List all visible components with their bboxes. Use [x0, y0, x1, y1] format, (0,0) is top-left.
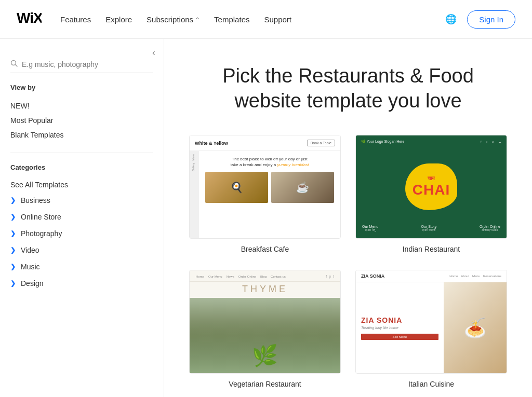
search-icon — [10, 60, 18, 69]
category-label: Design — [21, 279, 44, 288]
template-preview-italian: ZIA SONIA Home About Menu Reservations Z… — [356, 270, 507, 373]
signin-button[interactable]: Sign In — [467, 10, 515, 29]
template-name: Indian Restaurant — [355, 245, 507, 253]
template-photo-coffee — [271, 172, 334, 203]
template-thumbnail: Home Our Menu News Order Online Blog Con… — [189, 270, 341, 374]
templates-grid: White & Yellow Book a Table Menu Gallery… — [189, 135, 507, 388]
category-item-music[interactable]: ❯ Music — [0, 258, 164, 275]
filter-new[interactable]: NEW! — [10, 99, 153, 113]
language-selector-button[interactable]: 🌐 — [445, 13, 457, 25]
view-by-section: View by NEW! Most Popular Blank Template… — [0, 84, 164, 142]
template-cta-button[interactable]: See Menu — [361, 334, 438, 340]
chevron-right-icon: ❯ — [10, 263, 16, 270]
chevron-right-icon: ❯ — [10, 247, 16, 254]
filter-blank-templates[interactable]: Blank Templates — [10, 128, 153, 142]
template-thyme-hero-image — [190, 298, 340, 373]
category-item-design[interactable]: ❯ Design — [0, 275, 164, 292]
subscriptions-chevron-icon: ⌃ — [195, 17, 200, 22]
wix-logo[interactable]: WiX — [17, 10, 42, 29]
template-thumbnail: White & Yellow Book a Table Menu Gallery… — [189, 135, 341, 239]
search-input[interactable] — [22, 60, 153, 69]
template-name: Italian Cuisine — [355, 380, 507, 388]
template-preview-breakfast: White & Yellow Book a Table Menu Gallery… — [190, 135, 340, 238]
category-label: Video — [21, 246, 39, 254]
template-photo-eggs — [205, 172, 268, 203]
svg-line-2 — [16, 65, 18, 67]
template-preview-indian: 🌿 Your Logo Slogan Here f p ✕ ☁ चाय CHAI — [356, 135, 507, 238]
filter-most-popular[interactable]: Most Popular — [10, 113, 153, 128]
nav-explore[interactable]: Explore — [105, 15, 132, 24]
chai-logo-blob: चाय CHAI — [405, 163, 457, 210]
see-all-templates-link[interactable]: See All Templates — [0, 177, 164, 192]
page-layout: ‹ View by NEW! Most Popular Blank Templa… — [0, 39, 532, 397]
category-label: Photography — [21, 229, 62, 238]
template-card-italian-cuisine[interactable]: ZIA SONIA Home About Menu Reservations Z… — [355, 270, 507, 388]
navbar: WiX Features Explore Subscriptions ⌃ Tem… — [0, 0, 532, 39]
template-card-indian-restaurant[interactable]: 🌿 Your Logo Slogan Here f p ✕ ☁ चाय CHAI — [355, 135, 507, 253]
nav-links: Features Explore Subscriptions ⌃ Templat… — [60, 15, 291, 24]
template-name: Vegetarian Restaurant — [189, 380, 341, 388]
template-italian-hero-image — [444, 282, 507, 373]
category-label: Music — [21, 263, 40, 271]
category-label: Business — [21, 196, 50, 204]
chevron-right-icon: ❯ — [10, 197, 16, 204]
template-thumbnail: 🌿 Your Logo Slogan Here f p ✕ ☁ चाय CHAI — [355, 135, 507, 239]
sidebar-divider — [10, 153, 153, 153]
globe-icon: 🌐 — [445, 14, 457, 24]
svg-text:WiX: WiX — [17, 10, 42, 25]
template-thumbnail: ZIA SONIA Home About Menu Reservations Z… — [355, 270, 507, 374]
template-card-vegetarian-restaurant[interactable]: Home Our Menu News Order Online Blog Con… — [189, 270, 341, 388]
view-by-label: View by — [10, 84, 153, 91]
nav-features[interactable]: Features — [60, 15, 91, 24]
nav-left: WiX Features Explore Subscriptions ⌃ Tem… — [17, 10, 291, 29]
nav-support[interactable]: Support — [264, 15, 291, 24]
search-wrap — [10, 60, 153, 73]
page-title: Pick the Restaurants & Foodwebsite templ… — [189, 64, 507, 113]
category-item-video[interactable]: ❯ Video — [0, 242, 164, 258]
nav-templates[interactable]: Templates — [214, 15, 249, 24]
main-content: Pick the Restaurants & Foodwebsite templ… — [164, 39, 532, 397]
category-item-online-store[interactable]: ❯ Online Store — [0, 209, 164, 225]
sidebar-collapse-button[interactable]: ‹ — [152, 47, 155, 58]
template-preview-thyme: Home Our Menu News Order Online Blog Con… — [190, 270, 340, 373]
nav-subscriptions[interactable]: Subscriptions ⌃ — [147, 15, 200, 24]
categories-label: Categories — [10, 163, 153, 171]
template-card-breakfast-cafe[interactable]: White & Yellow Book a Table Menu Gallery… — [189, 135, 341, 253]
category-item-business[interactable]: ❯ Business — [0, 192, 164, 209]
chevron-right-icon: ❯ — [10, 213, 16, 221]
category-item-photography[interactable]: ❯ Photography — [0, 225, 164, 242]
nav-right: 🌐 Sign In — [445, 10, 515, 29]
category-label: Online Store — [21, 213, 61, 221]
chevron-right-icon: ❯ — [10, 280, 16, 287]
chevron-right-icon: ❯ — [10, 230, 16, 237]
sidebar: ‹ View by NEW! Most Popular Blank Templa… — [0, 39, 164, 397]
template-name: Breakfast Cafe — [189, 245, 341, 253]
